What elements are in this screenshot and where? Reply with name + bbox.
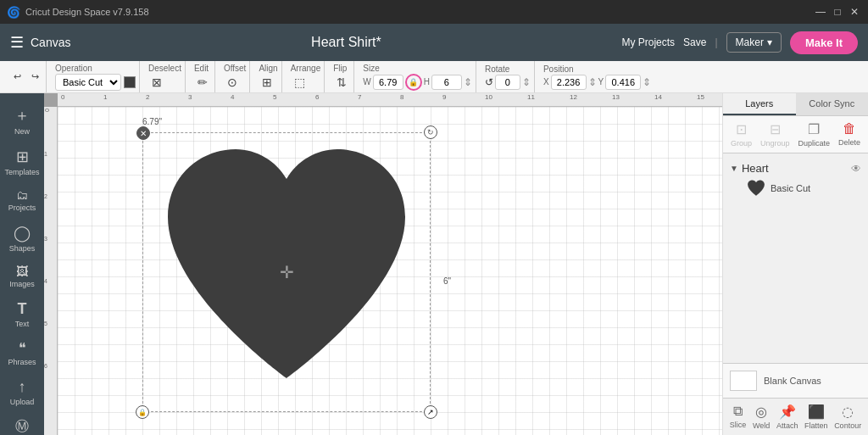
visibility-icon[interactable]: 👁	[851, 163, 861, 175]
flip-button[interactable]: ⇅	[333, 74, 350, 91]
handle-lock[interactable]: 🔒	[136, 405, 149, 419]
x-input[interactable]	[551, 75, 587, 90]
edit-label: Edit	[194, 64, 209, 73]
position-group: Position X ⇕ Y ⇕	[540, 61, 654, 92]
rotate-input[interactable]	[495, 75, 520, 90]
close-button[interactable]: ✕	[848, 5, 861, 19]
nav-canvas-label: Canvas	[31, 36, 70, 49]
right-panel: Layers Color Sync ⊡ Group ⊟ Ungroup ❐ Du…	[722, 93, 868, 435]
sidebar-item-label-phrases: Phrases	[8, 358, 36, 366]
heart-selection[interactable]: ✕ ↻ 🔒 ↗ ✛	[142, 132, 431, 412]
maker-button[interactable]: Maker ▾	[726, 32, 782, 53]
rotate-label: Rotate	[485, 64, 509, 74]
flatten-action[interactable]: ⬛ Flatten	[804, 404, 828, 430]
nav-title: Heart Shirt*	[81, 35, 611, 50]
y-arrow-icon: ⇕	[643, 76, 651, 88]
app-title: Cricut Design Space v7.9.158	[25, 7, 149, 17]
y-input[interactable]	[605, 75, 641, 90]
titlebar-controls[interactable]: — □ ✕	[814, 5, 861, 19]
my-projects-button[interactable]: My Projects	[621, 36, 675, 48]
expand-icon: ▼	[730, 164, 738, 173]
lock-icon[interactable]: 🔒	[405, 74, 422, 91]
offset-group: Offset ⊙	[220, 61, 251, 92]
sidebar-item-images[interactable]: 🖼 Images	[0, 259, 44, 293]
handle-delete[interactable]: ✕	[136, 126, 150, 140]
hamburger-icon[interactable]: ☰	[10, 33, 24, 52]
templates-icon: ⊞	[16, 148, 29, 166]
sidebar-item-text[interactable]: T Text	[0, 295, 44, 333]
sidebar-item-upload[interactable]: ↑ Upload	[0, 373, 44, 411]
layer-item-basic-cut[interactable]: Basic Cut	[730, 176, 861, 200]
blank-canvas-label: Blank Canvas	[764, 376, 821, 386]
save-button[interactable]: Save	[683, 36, 706, 48]
app-logo-icon: 🌀	[7, 6, 20, 19]
attach-action[interactable]: 📌 Attach	[776, 404, 798, 430]
maker-chevron-icon: ▾	[767, 36, 772, 48]
width-input[interactable]	[373, 75, 403, 90]
maximize-button[interactable]: □	[831, 5, 844, 19]
attach-icon: 📌	[779, 404, 796, 420]
handle-scale[interactable]: ↗	[424, 405, 437, 419]
layer-heart-thumb	[747, 180, 765, 197]
undo-redo-group: ↩ ↪	[7, 61, 47, 92]
ungroup-tool[interactable]: ⊟ Ungroup	[759, 120, 792, 149]
sidebar-item-new[interactable]: ＋ New	[0, 100, 44, 141]
operation-label: Operation	[55, 64, 92, 73]
sidebar-item-templates[interactable]: ⊞ Templates	[0, 142, 44, 181]
slice-icon: ⧉	[733, 404, 743, 419]
minimize-button[interactable]: —	[814, 5, 827, 19]
group-tool[interactable]: ⊡ Group	[729, 120, 754, 149]
weld-label: Weld	[753, 421, 770, 430]
flip-label: Flip	[333, 64, 347, 73]
redo-button[interactable]: ↪	[28, 70, 42, 84]
tab-layers[interactable]: Layers	[723, 93, 796, 115]
color-swatch[interactable]	[124, 76, 136, 88]
layer-group-header[interactable]: ▼ Heart 👁	[730, 160, 861, 176]
slice-action[interactable]: ⧉ Slice	[730, 404, 747, 430]
weld-action[interactable]: ◎ Weld	[753, 404, 770, 430]
height-input[interactable]	[431, 75, 462, 90]
tab-color-sync[interactable]: Color Sync	[796, 93, 869, 115]
text-icon: T	[18, 300, 27, 318]
align-button[interactable]: ⊞	[259, 74, 275, 91]
handle-rotate[interactable]: ↻	[424, 125, 437, 139]
sidebar-item-projects[interactable]: 🗂 Projects	[0, 183, 44, 217]
align-group: Align ⊞	[255, 61, 281, 92]
ruler-zero: 0	[61, 93, 64, 101]
slice-label: Slice	[730, 421, 747, 429]
sidebar-item-phrases[interactable]: ❝ Phrases	[0, 335, 44, 371]
contour-action[interactable]: ◌ Contour	[834, 404, 861, 430]
sidebar-item-label-text: Text	[15, 320, 30, 328]
canvas-area[interactable]: 0 1 2 3 4 5 6 7 8 9 10 11 12 13 14 15	[44, 93, 722, 435]
offset-button[interactable]: ⊙	[224, 74, 241, 91]
sidebar-item-label-templates: Templates	[4, 168, 39, 176]
undo-button[interactable]: ↩	[10, 70, 25, 84]
panel-tabs: Layers Color Sync	[723, 93, 868, 116]
delete-tool[interactable]: 🗑 Delete	[837, 120, 862, 149]
arrange-button[interactable]: ⬚	[291, 74, 309, 91]
duplicate-icon: ❐	[808, 121, 820, 137]
deselect-button[interactable]: ⊠	[148, 74, 165, 91]
images-icon: 🖼	[16, 265, 28, 278]
sidebar-item-monogram[interactable]: Ⓜ Monogram	[0, 413, 44, 435]
width-indicator: 6.79"	[142, 117, 162, 126]
sidebar-item-label-images: Images	[9, 280, 35, 288]
edit-button[interactable]: ✏	[194, 74, 211, 91]
delete-label: Delete	[838, 138, 860, 147]
offset-section: Offset ⊙	[224, 64, 247, 91]
title-bar: 🌀 Cricut Design Space v7.9.158 — □ ✕	[0, 0, 868, 24]
sidebar-item-shapes[interactable]: ◯ Shapes	[0, 219, 44, 258]
duplicate-tool[interactable]: ❐ Duplicate	[796, 120, 832, 149]
edit-group: Edit ✏	[191, 61, 215, 92]
rotate-section: Rotate ↺ ⇕	[485, 64, 531, 90]
rotate-icon: ↺	[485, 76, 493, 88]
navbar-logo: ☰ Canvas	[10, 33, 70, 52]
size-group: Size W 🔒 H ⇕	[359, 61, 476, 92]
left-sidebar: ＋ New ⊞ Templates 🗂 Projects ◯ Shapes 🖼 …	[0, 93, 44, 435]
canvas-grid[interactable]: 6.79" 6" ✕ ↻ 🔒 ↗	[58, 107, 722, 435]
flatten-label: Flatten	[804, 421, 828, 430]
make-it-button[interactable]: Make It	[790, 31, 858, 54]
align-label: Align	[259, 64, 277, 73]
operation-select[interactable]: Basic Cut	[55, 74, 121, 91]
blank-canvas-thumb	[730, 371, 757, 391]
